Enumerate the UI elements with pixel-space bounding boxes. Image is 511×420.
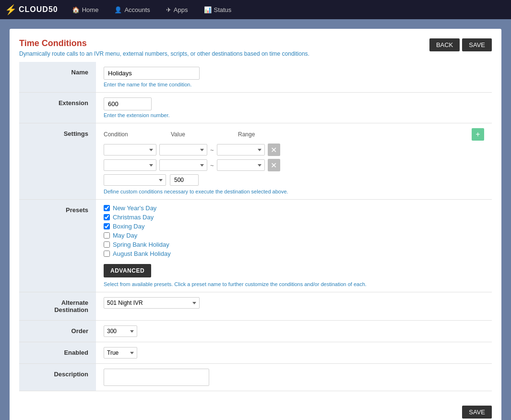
nav-status[interactable]: 📊 Status: [197, 0, 238, 19]
preset-checkbox-may-day[interactable]: [104, 232, 110, 239]
extension-hint: Enter the extension number.: [104, 112, 484, 118]
enabled-select[interactable]: True False: [104, 347, 137, 359]
description-content: [96, 364, 492, 391]
order-select[interactable]: 100 200 300 400 500: [104, 325, 137, 337]
nav-accounts-label: Accounts: [124, 6, 150, 13]
extension-content: Enter the extension number.: [96, 93, 492, 123]
extension-input[interactable]: [104, 97, 152, 110]
card: Time Conditions Dynamically route calls …: [10, 29, 501, 420]
presets-hint: Select from available presets. Click a p…: [104, 281, 484, 287]
preset-august-bank-holiday: August Bank Holiday: [104, 250, 484, 257]
home-icon: 🏠: [72, 6, 80, 13]
description-row: Description: [19, 364, 492, 391]
col-range-header: Range: [228, 131, 296, 138]
range-select-1[interactable]: [217, 144, 265, 156]
card-header: Time Conditions Dynamically route calls …: [19, 38, 492, 57]
description-input[interactable]: [104, 369, 209, 386]
alternate-destination-content: 501 Night IVR 502 Day IVR 503 Voicemail: [96, 292, 492, 321]
name-hint: Enter the name for the time condition.: [104, 82, 484, 87]
enabled-content: True False: [96, 342, 492, 364]
condition-row-1: ~ ✕: [104, 144, 484, 156]
remove-condition-1[interactable]: ✕: [268, 144, 280, 156]
advanced-button[interactable]: ADVANCED: [104, 264, 151, 277]
preset-checkbox-christmas-day[interactable]: [104, 214, 110, 220]
range-select-2[interactable]: [217, 159, 265, 171]
settings-bottom-row: [104, 174, 484, 186]
logo-text: CLOUD50: [19, 5, 58, 14]
preset-may-day: May Day: [104, 232, 484, 239]
presets-label: Presets: [19, 200, 96, 292]
preset-label-spring-bank-holiday[interactable]: Spring Bank Holiday: [113, 241, 169, 248]
apps-icon: ✈: [166, 6, 171, 13]
add-condition-button[interactable]: +: [472, 128, 484, 141]
settings-row: Settings Condition Value Range + ~: [19, 123, 492, 200]
name-content: Enter the name for the time condition.: [96, 62, 492, 93]
value-select-2[interactable]: [159, 159, 207, 171]
save-button-bottom[interactable]: SAVE: [462, 406, 492, 419]
preset-new-years-day: New Year's Day: [104, 204, 484, 212]
main-wrapper: Time Conditions Dynamically route calls …: [0, 19, 511, 420]
order-label: Order: [19, 321, 96, 342]
preset-label-may-day[interactable]: May Day: [113, 232, 137, 239]
preset-checkbox-spring-bank-holiday[interactable]: [104, 241, 110, 248]
preset-label-boxing-day[interactable]: Boxing Day: [113, 223, 144, 230]
nav-apps-label: Apps: [174, 6, 188, 13]
preset-label-new-years-day[interactable]: New Year's Day: [113, 204, 156, 212]
nav-apps[interactable]: ✈ Apps: [159, 0, 195, 19]
presets-row: Presets New Year's Day Christmas Day Box…: [19, 200, 492, 292]
status-icon: 📊: [204, 6, 212, 13]
name-input[interactable]: [104, 67, 200, 80]
navbar: ⚡ CLOUD50 🏠 Home 👤 Accounts ✈ Apps 📊 Sta…: [0, 0, 511, 19]
logo: ⚡ CLOUD50: [5, 4, 58, 15]
nav-status-label: Status: [214, 6, 232, 13]
preset-checkbox-august-bank-holiday[interactable]: [104, 251, 110, 257]
col-condition-header: Condition: [104, 131, 171, 138]
condition-select-1[interactable]: [104, 144, 156, 156]
back-button[interactable]: BACK: [429, 38, 460, 51]
alternate-destination-label: Alternate Destination: [19, 292, 96, 321]
logo-icon: ⚡: [5, 4, 17, 15]
enabled-label: Enabled: [19, 342, 96, 364]
title-area: Time Conditions Dynamically route calls …: [19, 38, 309, 57]
extension-label: Extension: [19, 93, 96, 123]
preset-spring-bank-holiday: Spring Bank Holiday: [104, 241, 484, 248]
alternate-destination-row: Alternate Destination 501 Night IVR 502 …: [19, 292, 492, 321]
presets-content: New Year's Day Christmas Day Boxing Day …: [96, 200, 492, 292]
nav-accounts[interactable]: 👤 Accounts: [107, 0, 156, 19]
settings-header: Condition Value Range +: [104, 128, 484, 141]
settings-label: Settings: [19, 123, 96, 200]
form-table: Name Enter the name for the time conditi…: [19, 62, 492, 391]
condition-row-2: ~ ✕: [104, 159, 484, 171]
alternate-destination-select[interactable]: 501 Night IVR 502 Day IVR 503 Voicemail: [104, 297, 200, 309]
nav-home[interactable]: 🏠 Home: [65, 0, 106, 19]
settings-hint: Define custom conditions necessary to ex…: [104, 189, 484, 194]
extension-row: Extension Enter the extension number.: [19, 93, 492, 123]
destination-select[interactable]: [104, 174, 166, 186]
order-row: Order 100 200 300 400 500: [19, 321, 492, 342]
header-buttons: BACK SAVE: [429, 38, 492, 51]
order-content: 100 200 300 400 500: [96, 321, 492, 342]
preset-label-august-bank-holiday[interactable]: August Bank Holiday: [113, 250, 171, 257]
page-title: Time Conditions: [19, 38, 309, 48]
description-label: Description: [19, 364, 96, 391]
name-label: Name: [19, 62, 96, 93]
accounts-icon: 👤: [114, 6, 122, 13]
preset-checkbox-new-years-day[interactable]: [104, 205, 110, 211]
preset-checkbox-boxing-day[interactable]: [104, 223, 110, 229]
preset-boxing-day: Boxing Day: [104, 223, 484, 230]
remove-condition-2[interactable]: ✕: [268, 159, 280, 171]
col-value-header: Value: [171, 131, 228, 138]
destination-number-input[interactable]: [170, 174, 199, 186]
enabled-row: Enabled True False: [19, 342, 492, 364]
value-select-1[interactable]: [159, 144, 207, 156]
card-footer: SAVE: [19, 401, 492, 419]
page-subtitle: Dynamically route calls to an IVR menu, …: [19, 50, 309, 57]
preset-label-christmas-day[interactable]: Christmas Day: [113, 214, 154, 221]
nav-home-label: Home: [82, 6, 99, 13]
name-row: Name Enter the name for the time conditi…: [19, 62, 492, 93]
preset-christmas-day: Christmas Day: [104, 214, 484, 221]
tilde-1: ~: [210, 146, 214, 154]
condition-select-2[interactable]: [104, 159, 156, 171]
tilde-2: ~: [210, 162, 214, 169]
save-button-top[interactable]: SAVE: [462, 38, 492, 51]
